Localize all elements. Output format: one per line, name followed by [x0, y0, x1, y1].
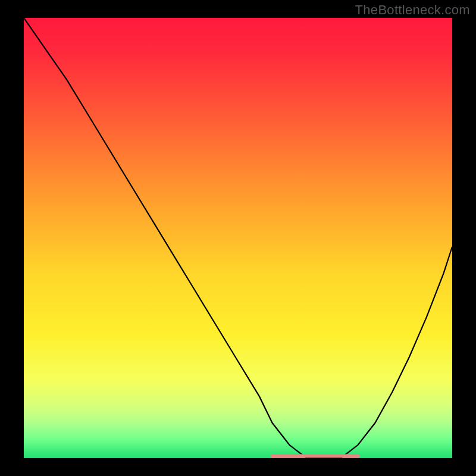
chart-svg: [24, 18, 452, 458]
watermark-text: TheBottleneck.com: [355, 2, 470, 18]
chart-frame: TheBottleneck.com: [0, 0, 476, 476]
plot-area: [24, 18, 452, 458]
chart-background: [24, 18, 452, 458]
